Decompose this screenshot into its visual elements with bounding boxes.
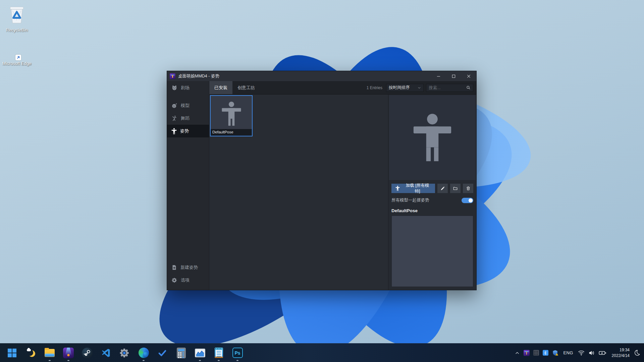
battery-icon[interactable]: [599, 350, 607, 356]
mmd-pose-window: 桌面萌娘MMD4 - 姿势 剧场: [167, 71, 477, 290]
bluetooth-icon[interactable]: [543, 350, 548, 356]
selected-pose-name: DefaultPose: [391, 208, 473, 213]
sidebar-item-models[interactable]: 模型: [167, 99, 209, 112]
pose-preview-figure: [412, 113, 453, 162]
pose-figure-icon: [395, 186, 400, 191]
chevron-down-icon: [418, 86, 421, 89]
pencil-icon: [440, 186, 445, 191]
desktop-icon-label: RecycleBin: [6, 27, 28, 33]
edge-icon: [139, 348, 149, 358]
content-header: 已安装 创意工坊 1 Entries 按时间排序: [209, 81, 476, 95]
pose-thumbnail-figure: [221, 101, 242, 126]
sidebar: 剧场 模型 舞蹈: [167, 81, 209, 290]
volume-icon[interactable]: [588, 350, 595, 356]
load-pose-button[interactable]: 加载 [所有模特]: [391, 184, 435, 193]
shortcut-arrow-icon: [15, 55, 21, 60]
search-box: [426, 84, 473, 92]
toggle-label: 所有模型一起摆姿势: [391, 197, 429, 203]
language-indicator[interactable]: ENG: [562, 350, 574, 355]
taskbar-notepad[interactable]: [212, 346, 225, 360]
taskbar-file-explorer[interactable]: [43, 346, 56, 360]
desktop-icon-recycle-bin[interactable]: RecycleBin: [2, 3, 32, 33]
gear-icon: [171, 277, 177, 283]
pose-description-box: [391, 216, 473, 287]
search-icon: [466, 85, 471, 90]
pose-all-models-toggle[interactable]: [462, 198, 473, 203]
notepad-icon: [215, 348, 223, 358]
sidebar-item-dance[interactable]: 舞蹈: [167, 112, 209, 125]
check-icon: [158, 349, 167, 357]
taskbar-task-manager[interactable]: [193, 346, 207, 360]
close-button[interactable]: [461, 71, 476, 81]
vscode-icon: [101, 348, 111, 358]
window-titlebar[interactable]: 桌面萌娘MMD4 - 姿势: [167, 71, 476, 81]
trash-icon: [466, 186, 471, 191]
dancer-icon: [171, 115, 177, 121]
entries-count: 1 Entries: [367, 85, 382, 90]
desktop-icon-edge[interactable]: Microsoft Edge: [2, 60, 32, 66]
pose-card-defaultpose[interactable]: DefaultPose: [210, 95, 253, 136]
performance-graph-icon: [195, 349, 205, 357]
minimize-button[interactable]: [431, 71, 446, 81]
delete-pose-button[interactable]: [463, 184, 473, 193]
tray-date: 2022/4/14: [612, 353, 630, 358]
detail-panel: 加载 [所有模特]: [388, 95, 476, 290]
security-shield-icon[interactable]: [552, 350, 559, 356]
app-icon: [170, 73, 175, 79]
pose-figure-icon: [171, 128, 177, 134]
taskbar-vscode[interactable]: [99, 346, 113, 360]
recycle-bin-icon: [6, 3, 27, 26]
steam-icon: [82, 348, 93, 358]
calculator-icon: [177, 348, 186, 358]
character-face-icon: [171, 103, 177, 109]
search-input[interactable]: [429, 85, 465, 90]
taskbar-settings[interactable]: [118, 346, 131, 360]
taskbar-todo[interactable]: [156, 346, 169, 360]
tray-chevron-up[interactable]: [515, 350, 520, 356]
tray-mmd-icon[interactable]: [524, 350, 530, 356]
tray-grid-icon[interactable]: [533, 350, 539, 356]
tab-installed[interactable]: 已安装: [209, 81, 232, 94]
pose-card-label: DefaultPose: [211, 129, 252, 136]
pose-preview: [389, 95, 476, 180]
start-button[interactable]: [5, 346, 19, 360]
weather-moon-icon: [26, 348, 36, 358]
sidebar-item-new-pose[interactable]: 新建姿势: [167, 261, 209, 274]
theater-icon: [171, 85, 177, 91]
windows-logo-icon: [8, 349, 16, 357]
sort-dropdown[interactable]: 按时间排序: [386, 84, 424, 92]
new-file-icon: [171, 264, 177, 270]
open-folder-button[interactable]: [450, 184, 461, 193]
system-tray: ENG 19:34: [515, 344, 641, 362]
window-title: 桌面萌娘MMD4 - 姿势: [178, 73, 219, 79]
taskbar-steam[interactable]: [80, 346, 94, 360]
wifi-icon[interactable]: [578, 350, 585, 356]
tab-workshop[interactable]: 创意工坊: [232, 81, 260, 94]
night-mode-icon[interactable]: [633, 349, 641, 357]
settings-gear-icon: [120, 348, 130, 358]
tray-time: 19:34: [612, 347, 630, 353]
taskbar-calculator[interactable]: [174, 346, 188, 360]
desktop-icon-label: Microsoft Edge: [2, 61, 32, 66]
taskbar-edge[interactable]: [137, 346, 150, 360]
mmd-app-icon: [63, 348, 74, 358]
taskbar: Ps ENG: [0, 343, 644, 362]
pose-grid: DefaultPose: [209, 95, 388, 290]
taskbar-widgets-button[interactable]: [24, 346, 38, 360]
file-explorer-icon: [45, 349, 55, 357]
maximize-button[interactable]: [446, 71, 461, 81]
sidebar-item-theater[interactable]: 剧场: [167, 81, 209, 95]
clock[interactable]: 19:34 2022/4/14: [612, 347, 630, 358]
folder-icon: [453, 186, 458, 191]
sidebar-item-pose[interactable]: 姿势: [167, 125, 209, 137]
taskbar-mmd-app[interactable]: [62, 346, 75, 360]
photoshop-icon: Ps: [232, 348, 243, 358]
taskbar-photoshop[interactable]: Ps: [231, 346, 244, 360]
sidebar-item-options[interactable]: 选项: [167, 274, 209, 287]
edit-pose-button[interactable]: [437, 184, 448, 193]
